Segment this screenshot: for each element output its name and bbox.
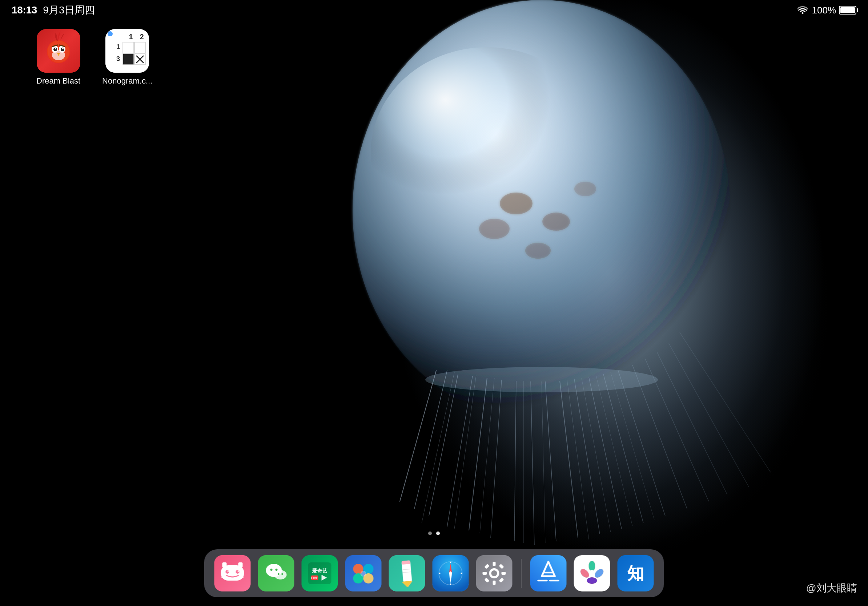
watermark-text: @刘大眼睛 — [806, 582, 857, 594]
battery-percent: 100% — [812, 5, 836, 16]
svg-point-102 — [439, 573, 440, 574]
wallpaper — [0, 0, 868, 606]
dock-photos[interactable] — [574, 555, 610, 592]
svg-text:爱奇艺: 爱奇艺 — [312, 568, 328, 574]
page-dot-1[interactable] — [428, 532, 432, 535]
dock-safari[interactable] — [432, 555, 469, 592]
app-item-dream-blast[interactable]: Dream Blast — [36, 29, 80, 86]
dream-blast-label: Dream Blast — [36, 76, 80, 86]
svg-rect-109 — [493, 581, 496, 585]
battery-icon — [839, 6, 856, 14]
svg-point-129 — [589, 570, 595, 577]
wifi-icon — [797, 6, 808, 14]
svg-point-101 — [450, 583, 451, 585]
svg-text:知: 知 — [627, 564, 644, 583]
svg-point-75 — [278, 573, 279, 575]
svg-rect-108 — [493, 562, 496, 566]
page-dots — [428, 532, 440, 535]
svg-point-88 — [361, 571, 366, 577]
dock-appstore[interactable] — [530, 555, 567, 592]
dock-wechat[interactable] — [258, 555, 294, 592]
svg-point-107 — [491, 570, 497, 576]
svg-point-127 — [587, 577, 597, 584]
svg-rect-111 — [502, 572, 506, 575]
dream-blast-icon[interactable] — [37, 29, 80, 73]
app-item-nonogram[interactable]: 1 2 1 3 Nonogram.c... — [102, 29, 152, 86]
svg-text:1: 1 — [129, 33, 133, 41]
battery-fill — [840, 7, 855, 13]
svg-point-72 — [270, 569, 273, 571]
svg-point-125 — [589, 561, 595, 571]
battery-indicator: 100% — [812, 5, 857, 16]
svg-point-74 — [274, 570, 287, 580]
svg-text:1: 1 — [116, 43, 120, 51]
svg-text:2: 2 — [140, 33, 144, 41]
nonogram-label: Nonogram.c... — [102, 76, 152, 86]
status-date: 9月3日周四 — [43, 3, 95, 17]
dock-bilibili[interactable]: bilibili — [214, 555, 251, 592]
svg-point-67 — [236, 570, 240, 574]
page-dot-2[interactable] — [436, 532, 440, 535]
dock-iqiyi[interactable]: 爱奇艺 LIVE — [302, 555, 338, 592]
watermark: @刘大眼睛 — [806, 581, 857, 595]
status-right: 100% — [797, 5, 857, 16]
svg-point-45 — [62, 48, 64, 49]
status-bar: 18:13 9月3日周四 100% — [0, 0, 868, 20]
svg-rect-57 — [123, 54, 134, 65]
svg-point-44 — [55, 48, 56, 49]
svg-rect-65 — [221, 565, 244, 581]
svg-point-76 — [281, 573, 283, 575]
svg-point-100 — [450, 562, 451, 563]
svg-point-73 — [276, 569, 278, 571]
svg-point-103 — [461, 573, 462, 574]
status-time: 18:13 — [12, 5, 37, 16]
svg-rect-93 — [401, 560, 411, 564]
svg-rect-110 — [483, 572, 487, 575]
dock-settings[interactable] — [476, 555, 513, 592]
dock-goodnotes[interactable] — [389, 555, 425, 592]
dock: bilibili — [204, 549, 664, 597]
dock-baidu[interactable] — [345, 555, 382, 592]
nonogram-icon[interactable]: 1 2 1 3 — [105, 29, 149, 73]
svg-point-104 — [449, 572, 452, 575]
dock-separator — [521, 559, 522, 588]
home-apps-grid: Dream Blast 1 2 1 3 — [36, 29, 152, 86]
svg-text:LIVE: LIVE — [311, 576, 318, 580]
svg-point-69 — [238, 570, 239, 572]
svg-text:3: 3 — [116, 55, 120, 62]
svg-point-66 — [226, 570, 229, 574]
svg-point-68 — [228, 570, 229, 572]
status-left: 18:13 9月3日周四 — [12, 3, 95, 17]
dock-zhihu[interactable]: 知 — [618, 555, 654, 592]
